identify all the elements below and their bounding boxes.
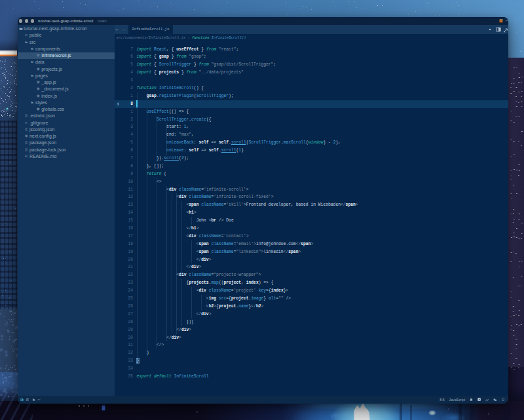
svg-text:JS: JS	[37, 81, 39, 84]
svg-text:JS: JS	[37, 54, 39, 57]
svg-text:JS: JS	[37, 67, 39, 70]
svg-text:{}: {}	[26, 115, 27, 117]
svg-text:JS: JS	[37, 94, 39, 97]
svg-text:JS: JS	[37, 88, 39, 90]
svg-text:{}: {}	[26, 142, 27, 144]
svg-text:{}: {}	[26, 128, 27, 131]
svg-text:{}: {}	[26, 148, 27, 151]
svg-text:JS: JS	[25, 135, 27, 138]
